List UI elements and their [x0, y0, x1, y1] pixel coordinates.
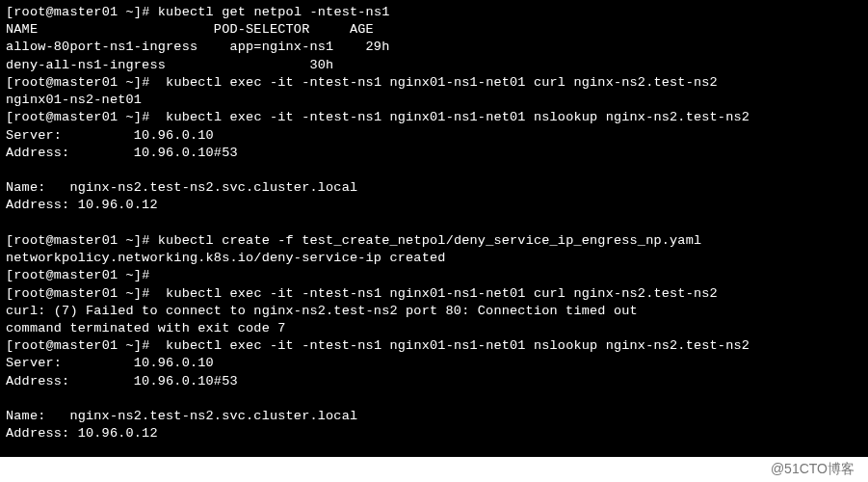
- output-line: networkpolicy.networking.k8s.io/deny-ser…: [6, 250, 862, 267]
- prompt-bracket-close: ]#: [134, 268, 150, 282]
- command-text: kubectl create -f test_create_netpol/den…: [158, 233, 702, 248]
- prompt-bracket-close: ]#: [134, 5, 150, 19]
- output-line: Address: 10.96.0.10#53: [6, 145, 862, 162]
- prompt-path: ~: [126, 110, 134, 124]
- terminal-blank-line: [6, 390, 862, 408]
- prompt-user: root@master01: [13, 110, 118, 124]
- prompt-sep: [118, 5, 125, 19]
- prompt-sep: [118, 338, 125, 353]
- prompt-bracket-close: ]#: [134, 338, 150, 353]
- output-line: Server: 10.96.0.10: [6, 127, 862, 145]
- watermark-text: @51CTO博客: [771, 460, 855, 478]
- output-line: allow-80port-ns1-ingress app=nginx-ns1 2…: [6, 39, 862, 56]
- prompt-user: root@master01: [13, 5, 118, 19]
- prompt-user: root@master01: [13, 75, 118, 90]
- output-line: nginx01-ns2-net01: [6, 92, 862, 109]
- output-line: Address: 10.96.0.12: [6, 425, 862, 442]
- output-line: Address: 10.96.0.12: [6, 197, 862, 214]
- terminal-blank-line: [6, 215, 862, 232]
- output-line: Name: nginx-ns2.test-ns2.svc.cluster.loc…: [6, 408, 862, 425]
- terminal-line: [root@master01 ~]# kubectl exec -it -nte…: [6, 337, 862, 355]
- prompt-path: ~: [126, 233, 134, 248]
- command-text: kubectl exec -it -ntest-ns1 nginx01-ns1-…: [158, 338, 750, 353]
- prompt-path: ~: [126, 75, 134, 90]
- prompt-path: ~: [126, 286, 134, 301]
- command-text: kubectl exec -it -ntest-ns1 nginx01-ns1-…: [158, 110, 750, 124]
- prompt-user: root@master01: [13, 233, 118, 248]
- output-line: Server: 10.96.0.10: [6, 355, 862, 372]
- terminal-line: [root@master01 ~]# kubectl create -f tes…: [6, 232, 862, 250]
- prompt-user: root@master01: [13, 286, 118, 301]
- prompt-path: ~: [126, 5, 134, 19]
- prompt-user: root@master01: [13, 268, 118, 282]
- prompt-user: root@master01: [13, 338, 118, 353]
- prompt-path: ~: [126, 268, 134, 282]
- output-line: NAME POD-SELECTOR AGE: [6, 21, 862, 39]
- output-line: curl: (7) Failed to connect to nginx-ns2…: [6, 303, 862, 320]
- terminal-line: [root@master01 ~]# kubectl exec -it -nte…: [6, 109, 862, 126]
- footer-strip: [0, 457, 868, 482]
- prompt-sep: [118, 286, 125, 301]
- prompt-path: ~: [126, 338, 134, 353]
- terminal-line: [root@master01 ~]#: [6, 267, 862, 284]
- output-line: Address: 10.96.0.10#53: [6, 373, 862, 390]
- command-text: kubectl get netpol -ntest-ns1: [158, 5, 390, 19]
- terminal-line: [root@master01 ~]# kubectl exec -it -nte…: [6, 74, 862, 92]
- terminal-line: [root@master01 ~]# kubectl get netpol -n…: [6, 4, 862, 21]
- prompt-sep: [118, 75, 125, 90]
- terminal-blank-line: [6, 162, 862, 179]
- prompt-bracket-close: ]#: [134, 75, 150, 90]
- output-line: command terminated with exit code 7: [6, 320, 862, 337]
- terminal-output[interactable]: [root@master01 ~]# kubectl get netpol -n…: [6, 4, 862, 478]
- terminal-line: [root@master01 ~]# kubectl exec -it -nte…: [6, 285, 862, 303]
- output-line: deny-all-ns1-ingress 30h: [6, 57, 862, 74]
- prompt-sep: [118, 233, 125, 248]
- command-text: kubectl exec -it -ntest-ns1 nginx01-ns1-…: [158, 75, 718, 90]
- prompt-bracket-close: ]#: [134, 286, 150, 301]
- prompt-sep: [118, 110, 125, 124]
- output-line: Name: nginx-ns2.test-ns2.svc.cluster.loc…: [6, 179, 862, 197]
- prompt-sep: [118, 268, 125, 282]
- command-text: kubectl exec -it -ntest-ns1 nginx01-ns1-…: [158, 286, 718, 301]
- prompt-bracket-close: ]#: [134, 233, 150, 248]
- prompt-bracket-close: ]#: [134, 110, 150, 124]
